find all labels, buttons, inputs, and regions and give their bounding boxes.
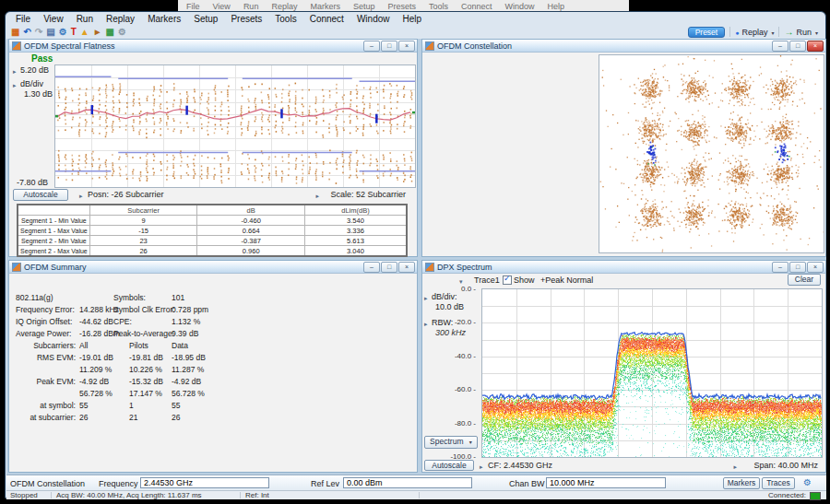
- save-icon[interactable]: ▦: [11, 26, 19, 38]
- status-bar: Stopped Acq BW: 40.00 MHz, Acq Length: 1…: [6, 490, 826, 499]
- traces-button[interactable]: Traces: [762, 477, 795, 489]
- replay-dropdown-arrow[interactable]: ▾: [771, 30, 774, 36]
- chart-icon: [12, 41, 21, 51]
- menu-file[interactable]: File: [9, 14, 37, 24]
- scale-readout[interactable]: Scale: 52 Subcarrier: [330, 190, 406, 199]
- panel-title: OFDM Summary: [24, 263, 87, 272]
- panel-dpx-spectrum: DPX Spectrum – □ × ▾ Trace1 ✓ Show +Peak…: [421, 260, 826, 473]
- frequency-input[interactable]: [140, 477, 269, 488]
- db-div-value: 10.0 dB: [435, 302, 464, 311]
- cell-value: 5.613: [304, 236, 407, 246]
- summary-value: 10.226 %: [129, 365, 162, 374]
- summary-label: CPE:: [113, 317, 132, 326]
- menu-help[interactable]: Help: [396, 14, 428, 24]
- constellation-plot[interactable]: [599, 54, 824, 253]
- redo-icon[interactable]: ↷: [35, 26, 42, 38]
- trace1-label[interactable]: Trace1: [474, 275, 500, 285]
- restore-button[interactable]: □: [381, 262, 397, 273]
- menu-presets[interactable]: Presets: [224, 14, 268, 24]
- summary-value: -44.62 dB: [79, 317, 113, 326]
- cf-readout[interactable]: CF: 2.44530 GHz: [488, 461, 552, 470]
- preset-button[interactable]: Preset: [688, 27, 726, 38]
- spectrum-dropdown[interactable]: Spectrum ▾: [424, 436, 478, 449]
- chevron-right-icon[interactable]: ▸: [424, 294, 428, 303]
- summary-value: Data: [172, 341, 188, 350]
- chan-bw-input[interactable]: [546, 477, 666, 488]
- summary-value: 0.728 ppm: [172, 305, 208, 314]
- autoscale-button[interactable]: Autoscale: [424, 460, 474, 471]
- position-readout[interactable]: Posn: -26 Subcarrier: [88, 190, 164, 199]
- chevron-right-icon[interactable]: ▸: [13, 67, 17, 76]
- menu-markers[interactable]: Markers: [141, 14, 187, 24]
- ref-lev-input[interactable]: [343, 477, 472, 488]
- toolbar-icons: ▦↶↷▤⚙T▲►▦⚙: [11, 25, 126, 39]
- panel-ofdm-spectral-flatness: OFDM Spectral Flatness – □ × Pass ▸ 5.20…: [8, 39, 418, 257]
- options-icon[interactable]: ⚙: [118, 26, 126, 38]
- chevron-right-icon[interactable]: ▸: [13, 81, 17, 90]
- minimize-button[interactable]: –: [772, 262, 788, 273]
- run-button[interactable]: →Run▾: [784, 27, 818, 37]
- gear-icon[interactable]: ⚙: [803, 477, 812, 487]
- print-icon[interactable]: ▤: [46, 26, 54, 38]
- markers-icon[interactable]: ▲: [80, 26, 89, 38]
- clear-button[interactable]: Clear: [788, 274, 821, 286]
- cell-value: 0.664: [197, 226, 305, 236]
- minimize-button[interactable]: –: [772, 41, 788, 52]
- replay-icon: ●: [735, 29, 739, 36]
- summary-titlebar[interactable]: OFDM Summary – □ ×: [9, 261, 417, 274]
- run-dropdown-arrow[interactable]: ▾: [815, 30, 818, 36]
- flatness-titlebar[interactable]: OFDM Spectral Flatness – □ ×: [9, 40, 417, 53]
- summary-value: 802.11a(g): [16, 293, 53, 302]
- chevron-right-icon[interactable]: ▸: [79, 192, 83, 201]
- pass-status: Pass: [31, 54, 53, 64]
- ref-info: Ref: Int: [245, 492, 269, 499]
- span-readout[interactable]: Span: 40.00 MHz: [753, 461, 818, 470]
- markers-button[interactable]: Markers: [723, 477, 760, 489]
- menu-setup[interactable]: Setup: [187, 14, 224, 24]
- close-button[interactable]: ×: [398, 41, 415, 52]
- autoscale-button[interactable]: Autoscale: [13, 189, 68, 201]
- displays-icon[interactable]: ▦: [106, 26, 114, 38]
- minimize-button[interactable]: –: [363, 262, 380, 273]
- show-label: Show: [514, 275, 535, 285]
- chevron-right-icon[interactable]: ▸: [480, 463, 483, 472]
- settings-icon[interactable]: ⚙: [59, 26, 67, 38]
- undo-icon[interactable]: ↶: [23, 26, 30, 38]
- minimize-button[interactable]: –: [363, 41, 380, 52]
- menu-tools[interactable]: Tools: [268, 14, 302, 24]
- show-checkbox[interactable]: ✓: [503, 275, 512, 285]
- menu-run[interactable]: Run: [70, 14, 100, 24]
- close-button[interactable]: ×: [807, 262, 824, 273]
- restore-button[interactable]: □: [789, 41, 806, 52]
- cell-value: 3.040: [304, 246, 407, 257]
- menu-replay[interactable]: Replay: [100, 14, 141, 24]
- db-div-label: dB/div:: [432, 292, 457, 301]
- chevron-right-icon[interactable]: ▸: [315, 192, 319, 201]
- dpx-plot[interactable]: [481, 288, 823, 458]
- cell-value: -0.387: [197, 236, 305, 246]
- tek-t-icon[interactable]: T: [71, 26, 77, 38]
- restore-button[interactable]: □: [789, 262, 806, 273]
- flatness-plot[interactable]: [54, 64, 416, 188]
- connected-label: Connected:: [768, 492, 806, 499]
- chevron-right-icon[interactable]: ▸: [733, 463, 737, 472]
- constellation-titlebar[interactable]: OFDM Constellation – □ ×: [422, 40, 825, 53]
- summary-label: Symbol Clk Error:: [113, 305, 175, 314]
- menu-view[interactable]: View: [37, 14, 70, 24]
- acq-info: Acq BW: 40.00 MHz, Acq Length: 11.637 ms: [56, 492, 202, 499]
- summary-label: RMS EVM:: [9, 353, 76, 362]
- chevron-right-icon[interactable]: ▸: [424, 320, 428, 329]
- summary-value: 101: [172, 293, 184, 302]
- restore-button[interactable]: □: [381, 41, 397, 52]
- panel-ofdm-summary: OFDM Summary – □ × 802.11a(g)Symbols:101…: [8, 260, 418, 473]
- replay-button[interactable]: ●Replay▾: [735, 28, 774, 37]
- dpx-y-tick: -80.0 -: [446, 419, 476, 428]
- detection-label: +Peak Normal: [540, 275, 593, 285]
- dpx-titlebar[interactable]: DPX Spectrum – □ ×: [422, 261, 825, 274]
- menu-connect[interactable]: Connect: [303, 14, 350, 24]
- presets-icon[interactable]: ►: [93, 26, 102, 38]
- close-button[interactable]: ×: [807, 41, 824, 52]
- close-button[interactable]: ×: [398, 262, 415, 273]
- flatness-table-header: dB: [197, 205, 305, 216]
- menu-window[interactable]: Window: [350, 14, 397, 24]
